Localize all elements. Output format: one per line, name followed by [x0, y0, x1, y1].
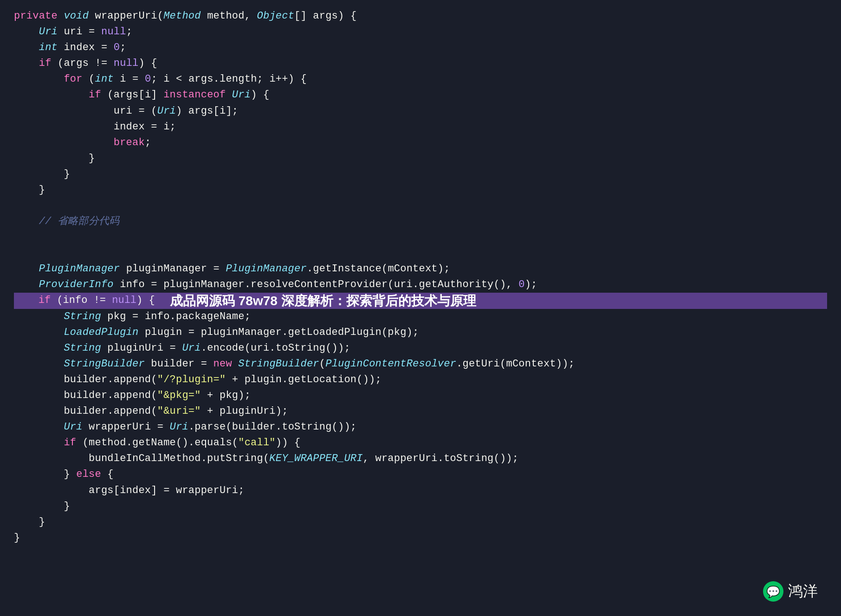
code-token [14, 342, 64, 354]
code-token: } [14, 500, 70, 512]
code-token: int [39, 42, 58, 53]
code-token: ) args[i]; [176, 105, 238, 117]
code-line: } [14, 514, 827, 530]
code-line: // 省略部分代码 [14, 214, 827, 230]
code-line: builder.append("&uri=" + pluginUri); [14, 404, 827, 419]
code-token: KEY_WRAPPER_URI [269, 453, 362, 464]
code-token: .parse(builder.toString()); [188, 421, 356, 433]
code-token: "&pkg=" [157, 390, 201, 401]
code-token [14, 263, 39, 275]
code-token [14, 311, 64, 322]
code-token: new [213, 358, 232, 370]
code-token: StringBuilder [64, 358, 145, 370]
code-token: null [101, 26, 126, 38]
code-line: builder.append("&pkg=" + pkg); [14, 388, 827, 404]
code-token: .encode(uri.toString()); [201, 342, 350, 354]
code-token: Uri [64, 421, 82, 433]
code-line: Uri wrapperUri = Uri.parse(builder.toStr… [14, 419, 827, 435]
code-token: if [39, 295, 51, 306]
code-token: builder = [145, 358, 213, 370]
code-token: ( [319, 358, 325, 370]
code-token: } [14, 168, 70, 180]
code-empty-line [14, 245, 827, 261]
code-line: } [14, 151, 827, 167]
code-token: uri = ( [14, 105, 157, 117]
code-line: builder.append("/?plugin=" + plugin.getL… [14, 372, 827, 388]
code-token: + plugin.getLocation()); [226, 374, 382, 385]
code-token: (args != [52, 58, 114, 69]
code-token [14, 89, 89, 101]
code-token: args[index] = wrapperUri; [14, 485, 245, 496]
code-token: Object [257, 10, 295, 22]
code-token [14, 279, 39, 290]
code-line: LoadedPlugin plugin = pluginManager.getL… [14, 325, 827, 340]
code-token: 0 [114, 42, 120, 53]
code-token: Uri [170, 421, 188, 433]
overlay-text: 成品网源码 78w78 深度解析：探索背后的技术与原理 [162, 293, 484, 308]
code-token: ; i < args.length; i++) { [151, 73, 307, 85]
code-token: pkg = info.packageName; [101, 311, 251, 322]
code-line: String pkg = info.packageName; [14, 309, 827, 325]
code-token: String [64, 342, 101, 354]
code-token: + pluginUri); [201, 405, 288, 417]
code-token: if [64, 437, 76, 449]
code-token: method, [201, 10, 257, 22]
code-line: } [14, 167, 827, 182]
code-token: ; [126, 26, 132, 38]
code-token: wrapperUri( [89, 10, 163, 22]
code-token: instanceof [163, 89, 226, 101]
code-token: Method [163, 10, 201, 22]
code-container: private void wrapperUri(Method method, O… [0, 0, 841, 560]
code-token: Uri [182, 342, 201, 354]
code-token: (info != [51, 295, 112, 306]
code-token: Uri [39, 26, 58, 38]
code-token [14, 137, 114, 148]
code-token: "/?plugin=" [157, 374, 226, 385]
code-token: String [64, 311, 101, 322]
watermark: 💬 鸿洋 [763, 580, 818, 603]
code-token: else [76, 468, 101, 480]
code-line: for (int i = 0; i < args.length; i++) { [14, 71, 827, 87]
code-token: .getInstance(mContext); [307, 263, 450, 275]
code-token: wrapperUri = [83, 421, 170, 433]
code-token: builder.append( [14, 390, 157, 401]
code-line: Uri uri = null; [14, 24, 827, 40]
code-line: String pluginUri = Uri.encode(uri.toStri… [14, 340, 827, 356]
code-token: builder.append( [14, 374, 157, 385]
code-line: PluginManager pluginManager = PluginMana… [14, 261, 827, 277]
code-token: info = pluginManager.resolveContentProvi… [114, 279, 518, 290]
code-token: // 省略部分代码 [14, 216, 119, 227]
code-line: } [14, 182, 827, 198]
code-token: , wrapperUri.toString()); [363, 453, 519, 464]
code-token: pluginUri = [101, 342, 182, 354]
code-token: pluginManager = [120, 263, 226, 275]
code-line: if (args != null) { [14, 56, 827, 71]
code-token: PluginManager [39, 263, 120, 275]
code-token: } [14, 153, 95, 164]
code-token [14, 327, 64, 338]
code-token: for [64, 73, 82, 85]
wechat-icon: 💬 [763, 581, 783, 602]
code-token [14, 73, 64, 85]
code-token: index = [58, 42, 114, 53]
code-token: (method.getName().equals( [76, 437, 238, 449]
code-line: } [14, 530, 827, 546]
code-token: LoadedPlugin [64, 327, 138, 338]
code-token: [] args) { [294, 10, 356, 22]
code-token [232, 358, 238, 370]
code-token: ; [145, 137, 151, 148]
code-token: null [114, 58, 139, 69]
code-token [14, 58, 39, 69]
code-token: PluginManager [226, 263, 307, 275]
code-token: plugin = pluginManager.getLoadedPlugin(p… [138, 327, 419, 338]
code-token: i = [114, 73, 145, 85]
code-token: ProviderInfo [39, 279, 114, 290]
code-token: } [14, 468, 76, 480]
code-token: "call" [238, 437, 276, 449]
code-token: Uri [232, 89, 251, 101]
code-line: } else { [14, 467, 827, 482]
code-token: } [14, 184, 45, 196]
code-token: { [101, 468, 114, 480]
code-line: } [14, 499, 827, 514]
code-token: )) { [276, 437, 301, 449]
